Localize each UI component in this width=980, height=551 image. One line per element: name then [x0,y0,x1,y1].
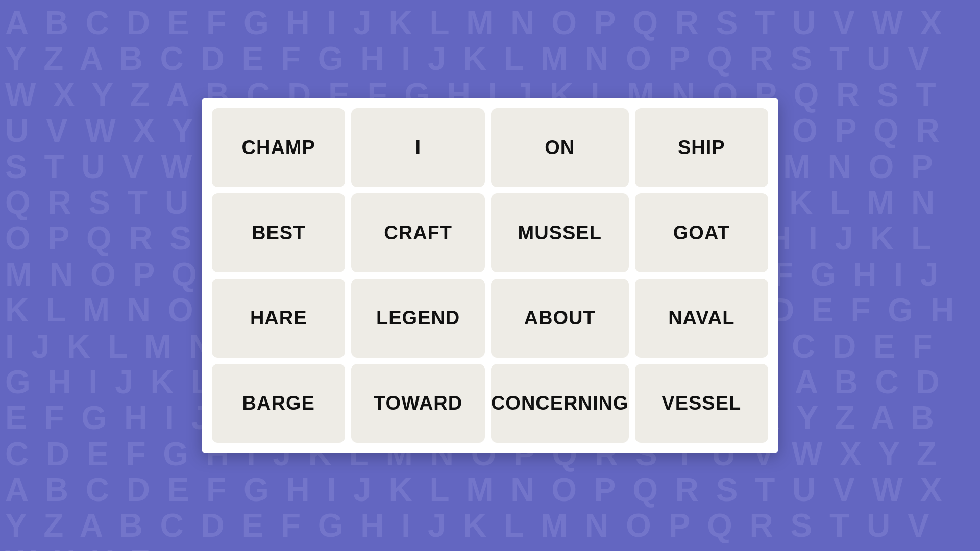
cell-label-concerning: CONCERNING [491,392,629,414]
word-grid: CHAMPIONSHIPBESTCRAFTMUSSELGOATHARELEGEN… [212,108,768,443]
cell-ship[interactable]: SHIP [635,108,768,187]
cell-label-legend: LEGEND [376,307,460,329]
card-panel: CHAMPIONSHIPBESTCRAFTMUSSELGOATHARELEGEN… [202,98,778,453]
cell-label-toward: TOWARD [374,392,462,414]
cell-label-vessel: VESSEL [662,392,741,414]
cell-label-on: ON [545,137,575,159]
cell-i[interactable]: I [351,108,484,187]
cell-label-i: I [415,137,421,159]
cell-about[interactable]: ABOUT [491,279,629,358]
cell-label-barge: BARGE [242,392,315,414]
cell-label-craft: CRAFT [384,222,452,244]
cell-legend[interactable]: LEGEND [351,279,484,358]
cell-goat[interactable]: GOAT [635,193,768,272]
cell-label-best: BEST [252,222,305,244]
cell-craft[interactable]: CRAFT [351,193,484,272]
cell-vessel[interactable]: VESSEL [635,364,768,443]
cell-label-naval: NAVAL [668,307,734,329]
cell-best[interactable]: BEST [212,193,345,272]
cell-label-about: ABOUT [524,307,596,329]
cell-label-mussel: MUSSEL [518,222,602,244]
cell-barge[interactable]: BARGE [212,364,345,443]
cell-on[interactable]: ON [491,108,629,187]
cell-champ[interactable]: CHAMP [212,108,345,187]
cell-concerning[interactable]: CONCERNING [491,364,629,443]
cell-toward[interactable]: TOWARD [351,364,484,443]
cell-naval[interactable]: NAVAL [635,279,768,358]
cell-label-ship: SHIP [678,137,725,159]
cell-mussel[interactable]: MUSSEL [491,193,629,272]
cell-label-goat: GOAT [673,222,730,244]
cell-label-hare: HARE [250,307,307,329]
cell-label-champ: CHAMP [242,137,315,159]
cell-hare[interactable]: HARE [212,279,345,358]
